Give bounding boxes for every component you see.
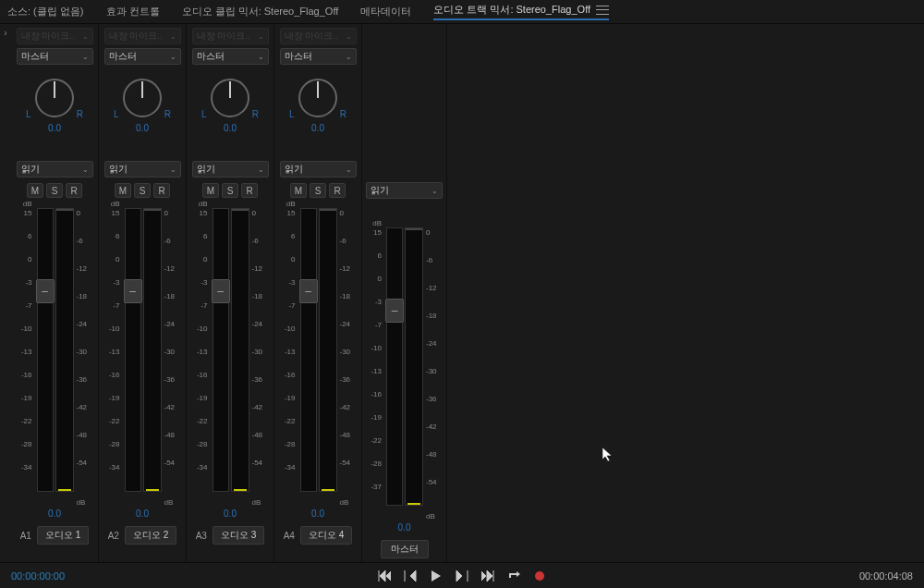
mute-button[interactable]: M: [27, 183, 43, 198]
fader-area: dB1560-3-7-10-13-16-19-22-28-37 0-6-12-1…: [366, 225, 443, 520]
record-arm-button[interactable]: R: [66, 183, 82, 198]
panel-tabs: 소스: (클립 없음) 효과 컨트롤 오디오 클립 믹서: Stereo_Fla…: [0, 0, 924, 24]
automation-mode-select[interactable]: 읽기⌄: [17, 161, 93, 178]
record-arm-button[interactable]: R: [329, 183, 346, 198]
timecode-current[interactable]: 00:00:00:00: [11, 570, 65, 582]
output-select[interactable]: 마스터⌄: [104, 48, 181, 65]
input-select[interactable]: 내장 마이크..⌄: [104, 28, 181, 44]
fader-handle[interactable]: [212, 279, 230, 303]
track-id: A4: [284, 531, 295, 541]
pan-value[interactable]: 0.0: [311, 123, 324, 133]
tab-track-mixer[interactable]: 오디오 트랙 믹서: Stereo_Flag_Off: [433, 3, 609, 17]
go-to-out-button[interactable]: [480, 569, 495, 583]
track-id: A3: [196, 531, 207, 541]
output-select[interactable]: 마스터⌄: [280, 48, 357, 65]
input-select[interactable]: 내장 마이크..⌄: [192, 28, 269, 44]
output-select[interactable]: 마스터⌄: [17, 48, 93, 65]
mute-button[interactable]: M: [290, 183, 307, 198]
fader-scale: dB1560-3-7-10-13-16-19-22-28-37: [366, 225, 384, 520]
pan-knob[interactable]: [32, 76, 77, 120]
track-name[interactable]: 오디오 2: [125, 526, 176, 545]
track-name[interactable]: 오디오 4: [300, 526, 352, 545]
fader-value[interactable]: 0.0: [311, 508, 324, 519]
automation-mode-select[interactable]: 읽기⌄: [366, 182, 443, 199]
input-select[interactable]: 내장 마이크..⌄: [17, 28, 93, 44]
fader-value[interactable]: 0.0: [398, 522, 411, 533]
loop-button[interactable]: [506, 569, 521, 583]
track-id: A1: [20, 531, 31, 541]
fader-value[interactable]: 0.0: [48, 508, 61, 519]
mute-button[interactable]: M: [115, 183, 131, 198]
input-select[interactable]: 내장 마이크..⌄: [280, 28, 357, 44]
timecode-duration: 00:00:04:08: [859, 570, 913, 582]
fader-area: dB1560-3-7-10-13-16-19-22-28-34 0-6-12-1…: [192, 205, 269, 505]
fader-value[interactable]: 0.0: [224, 508, 237, 519]
panel-menu-icon[interactable]: [596, 6, 609, 15]
tab-clip-mixer[interactable]: 오디오 클립 믹서: Stereo_Flag_Off: [182, 5, 339, 18]
level-meter: [143, 208, 162, 492]
record-arm-button[interactable]: R: [153, 183, 170, 198]
fader-handle[interactable]: [299, 279, 318, 303]
track-name[interactable]: 오디오 1: [37, 526, 89, 545]
audio-track-3: 내장 마이크..⌄ 마스터⌄ LR 0.0 읽기⌄ M S R dB1560-3…: [187, 24, 274, 562]
solo-button[interactable]: S: [222, 183, 238, 198]
solo-button[interactable]: S: [310, 183, 326, 198]
go-to-in-button[interactable]: [377, 569, 392, 583]
tab-source[interactable]: 소스: (클립 없음): [7, 5, 84, 18]
record-arm-button[interactable]: R: [241, 183, 258, 198]
fader-track[interactable]: [300, 208, 317, 492]
fader-track[interactable]: [386, 227, 403, 507]
tab-metadata[interactable]: 메타데이터: [360, 5, 411, 18]
meter-scale: 0-6-12-18-24-30-36-42-48-54dB: [423, 225, 442, 520]
fader-handle[interactable]: [124, 279, 142, 303]
pan-knob[interactable]: [120, 76, 164, 120]
track-id: A2: [108, 531, 119, 541]
fader-track[interactable]: [37, 208, 54, 492]
fader-area: dB1560-3-7-10-13-16-19-22-28-34 0-6-12-1…: [104, 205, 181, 505]
master-track: 읽기⌄ dB1560-3-7-10-13-16-19-22-28-37 0-6-…: [362, 24, 447, 562]
audio-track-2: 내장 마이크..⌄ 마스터⌄ LR 0.0 읽기⌄ M S R dB1560-3…: [99, 24, 187, 562]
mixer-body: › 내장 마이크..⌄ 마스터⌄ LR 0.0 읽기⌄ M S R dB1560…: [0, 24, 924, 562]
level-meter: [319, 208, 337, 492]
automation-mode-select[interactable]: 읽기⌄: [280, 161, 357, 178]
pan-value[interactable]: 0.0: [48, 123, 61, 133]
automation-mode-select[interactable]: 읽기⌄: [104, 161, 181, 178]
audio-track-1: 내장 마이크..⌄ 마스터⌄ LR 0.0 읽기⌄ M S R dB1560-3…: [11, 24, 99, 562]
pan-knob[interactable]: [208, 76, 252, 120]
expand-toggle[interactable]: ›: [0, 24, 11, 562]
step-forward-button[interactable]: [455, 569, 469, 583]
meter-scale: 0-6-12-18-24-30-36-42-48-54dB: [249, 205, 268, 505]
tab-effects[interactable]: 효과 컨트롤: [106, 5, 160, 18]
output-select[interactable]: 마스터⌄: [192, 48, 269, 65]
fader-scale: dB1560-3-7-10-13-16-19-22-28-34: [17, 205, 35, 505]
fader-track[interactable]: [125, 208, 141, 492]
fader-value[interactable]: 0.0: [136, 508, 149, 519]
level-meter: [405, 227, 423, 507]
fader-track[interactable]: [213, 208, 229, 492]
step-back-button[interactable]: [403, 569, 418, 583]
pan-value[interactable]: 0.0: [224, 123, 237, 133]
fader-area: dB1560-3-7-10-13-16-19-22-28-34 0-6-12-1…: [17, 205, 93, 505]
fader-scale: dB1560-3-7-10-13-16-19-22-28-34: [192, 205, 211, 505]
track-name[interactable]: 마스터: [381, 540, 429, 558]
automation-mode-select[interactable]: 읽기⌄: [192, 161, 269, 178]
solo-button[interactable]: S: [46, 183, 63, 198]
mute-button[interactable]: M: [202, 183, 219, 198]
meter-scale: 0-6-12-18-24-30-36-42-48-54dB: [337, 205, 356, 505]
meter-scale: 0-6-12-18-24-30-36-42-48-54dB: [162, 205, 180, 505]
record-button[interactable]: [532, 569, 547, 583]
level-meter: [231, 208, 249, 492]
play-button[interactable]: [429, 569, 444, 583]
track-name[interactable]: 오디오 3: [213, 526, 264, 545]
fader-scale: dB1560-3-7-10-13-16-19-22-28-34: [280, 205, 298, 505]
solo-button[interactable]: S: [134, 183, 151, 198]
level-meter: [55, 208, 74, 492]
pan-knob[interactable]: [296, 76, 340, 120]
cursor-icon: [602, 447, 617, 464]
fader-handle[interactable]: [36, 279, 55, 303]
transport-bar: 00:00:00:00 00:00:04:08: [0, 562, 924, 588]
fader-handle[interactable]: [385, 299, 404, 323]
fader-scale: dB1560-3-7-10-13-16-19-22-28-34: [104, 205, 123, 505]
fader-area: dB1560-3-7-10-13-16-19-22-28-34 0-6-12-1…: [280, 205, 357, 505]
pan-value[interactable]: 0.0: [136, 123, 149, 133]
